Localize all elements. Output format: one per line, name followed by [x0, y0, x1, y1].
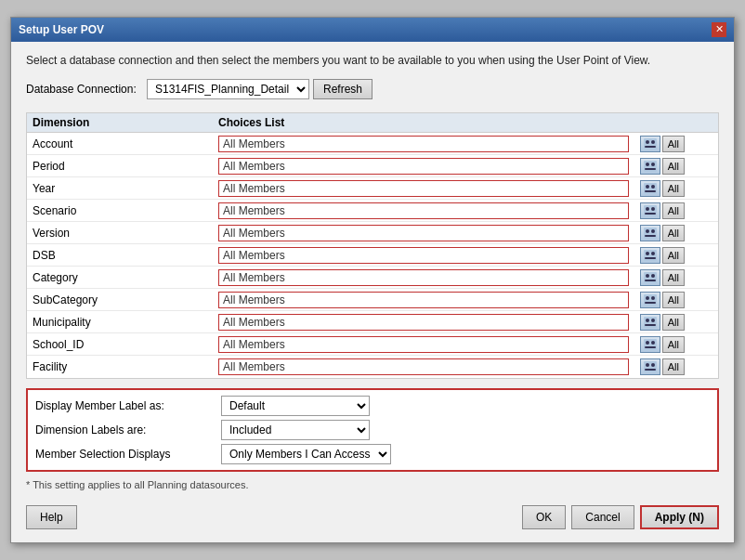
svg-point-2	[651, 140, 655, 144]
table-row: SubCategory All Members All	[27, 289, 718, 311]
choices-cell: All Members	[218, 269, 629, 286]
description-text: Select a database connection and then se…	[26, 53, 719, 69]
svg-point-22	[651, 252, 655, 255]
svg-rect-40	[644, 361, 657, 372]
display-member-select[interactable]: Default Member Name Alias	[221, 396, 370, 416]
choices-cell: All Members	[218, 358, 629, 375]
dimension-label: DSB	[33, 249, 218, 262]
svg-rect-27	[645, 280, 656, 281]
row-actions: All	[629, 158, 685, 175]
member-selector-icon-button[interactable]	[640, 358, 660, 375]
table-row: Facility All Members All	[27, 356, 718, 378]
svg-rect-36	[644, 339, 657, 350]
choices-cell: All Members	[218, 225, 629, 241]
svg-point-38	[651, 341, 655, 345]
choices-cell: All Members	[218, 292, 629, 308]
footnote: * This setting applies to all Planning d…	[26, 479, 719, 490]
all-button[interactable]: All	[662, 247, 685, 264]
svg-point-14	[651, 207, 655, 211]
close-button[interactable]: ✕	[712, 22, 726, 37]
svg-rect-0	[644, 138, 657, 150]
member-selector-icon-button[interactable]	[640, 180, 660, 197]
choices-cell: All Members	[218, 136, 629, 152]
member-selector-icon-button[interactable]	[640, 136, 660, 152]
row-actions: All	[629, 292, 685, 308]
dimension-labels-select[interactable]: Included Excluded	[221, 420, 370, 440]
help-button[interactable]: Help	[26, 505, 77, 529]
svg-rect-11	[645, 190, 656, 192]
row-actions: All	[629, 358, 685, 375]
all-button[interactable]: All	[662, 269, 685, 286]
svg-rect-3	[645, 146, 656, 148]
table-row: DSB All Members All	[27, 244, 718, 267]
all-button[interactable]: All	[662, 225, 685, 241]
all-button[interactable]: All	[662, 292, 685, 308]
all-button[interactable]: All	[662, 136, 685, 152]
row-actions: All	[629, 202, 685, 219]
svg-point-1	[646, 140, 649, 144]
db-select-group: S1314FIS_Planning_Detail Refresh	[147, 79, 372, 99]
footer-buttons: Help OK Cancel Apply (N)	[26, 500, 719, 531]
svg-rect-8	[644, 183, 657, 194]
choices-cell: All Members	[218, 180, 629, 197]
svg-rect-16	[644, 228, 657, 239]
setting-label-1: Display Member Label as:	[35, 399, 221, 412]
row-actions: All	[629, 247, 685, 264]
table-row: Account All Members All	[27, 133, 718, 155]
dimension-label: Version	[33, 227, 218, 240]
all-button[interactable]: All	[662, 202, 685, 219]
dimension-table: Dimension Choices List Account All Membe…	[26, 112, 719, 379]
all-button[interactable]: All	[662, 358, 685, 375]
table-row: Version All Members All	[27, 222, 718, 244]
svg-point-34	[651, 319, 655, 322]
row-actions: All	[629, 136, 685, 152]
dimension-label: Category	[33, 271, 218, 284]
dialog-title: Setup User POV	[19, 23, 104, 36]
table-row: School_ID All Members All	[27, 333, 718, 356]
member-selector-icon-button[interactable]	[640, 158, 660, 175]
settings-section: Display Member Label as: Default Member …	[26, 388, 719, 472]
member-selector-icon-button[interactable]	[640, 225, 660, 241]
svg-rect-31	[645, 302, 656, 304]
row-actions: All	[629, 180, 685, 197]
ok-button[interactable]: OK	[522, 505, 566, 529]
dimension-label: Account	[33, 137, 218, 150]
svg-rect-19	[645, 235, 656, 237]
all-button[interactable]: All	[662, 314, 685, 331]
svg-rect-15	[645, 213, 656, 215]
row-actions: All	[629, 314, 685, 331]
cancel-button[interactable]: Cancel	[571, 505, 634, 529]
svg-rect-24	[644, 272, 657, 283]
member-selector-icon-button[interactable]	[640, 292, 660, 308]
member-selector-icon-button[interactable]	[640, 314, 660, 331]
db-connection-row: Database Connection: S1314FIS_Planning_D…	[26, 79, 719, 99]
svg-rect-7	[645, 168, 656, 170]
svg-point-37	[646, 341, 649, 345]
all-button[interactable]: All	[662, 336, 685, 353]
member-selection-select[interactable]: Only Members I Can Access All Members	[221, 444, 391, 464]
all-button[interactable]: All	[662, 158, 685, 175]
choices-cell: All Members	[218, 314, 629, 331]
svg-rect-4	[644, 161, 657, 172]
svg-rect-28	[644, 294, 657, 306]
svg-point-42	[651, 363, 655, 367]
dimension-label: Year	[33, 182, 218, 195]
dimension-label: SubCategory	[33, 293, 218, 306]
setting-row-display: Display Member Label as: Default Member …	[35, 396, 710, 416]
member-selector-icon-button[interactable]	[640, 202, 660, 219]
all-button[interactable]: All	[662, 180, 685, 197]
svg-point-21	[646, 252, 649, 255]
choices-cell: All Members	[218, 202, 629, 219]
svg-rect-32	[644, 317, 657, 328]
member-selector-icon-button[interactable]	[640, 247, 660, 264]
row-actions: All	[629, 269, 685, 286]
apply-button[interactable]: Apply (N)	[640, 505, 719, 529]
svg-point-6	[651, 163, 655, 166]
member-selector-icon-button[interactable]	[640, 269, 660, 286]
refresh-button[interactable]: Refresh	[313, 79, 372, 99]
svg-point-9	[646, 185, 649, 189]
svg-rect-12	[644, 205, 657, 216]
member-selector-icon-button[interactable]	[640, 336, 660, 353]
db-connection-select[interactable]: S1314FIS_Planning_Detail	[147, 79, 309, 99]
choices-cell: All Members	[218, 158, 629, 175]
